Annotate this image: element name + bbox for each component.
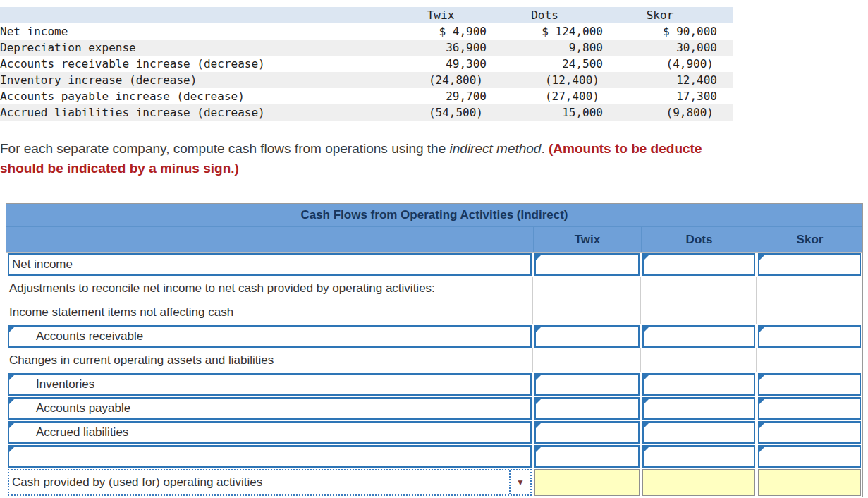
worksheet-row: Accrued liabilities [6,420,862,444]
amount-input-twix[interactable] [534,325,640,348]
result-cell-wrap [641,468,757,497]
value-cell-wrap [533,444,641,468]
worksheet-section-label: Income statement items not affecting cas… [6,300,533,324]
value-cell-wrap [641,420,757,444]
worksheet-header-row: TwixDotsSkor [6,227,862,253]
value-cell-wrap [533,396,641,420]
value-cell-wrap [533,324,641,348]
row-label-input[interactable]: Accounts receivable [8,325,532,348]
cell-anchor-icon [644,447,649,452]
worksheet-empty-cell [533,277,641,300]
cell-anchor-icon [9,423,15,428]
amount-input-dots[interactable] [642,325,755,348]
source-row: Accounts payable increase (decrease)29,7… [0,88,733,104]
source-row-spacer [717,56,733,72]
dropdown-selected-text: Cash provided by (used for) operating ac… [9,470,509,494]
amount-input-twix[interactable] [534,445,640,468]
dropdown-arrow-icon: ▼ [516,478,525,487]
value-cell-wrap [757,253,862,277]
row-label-input[interactable]: Accrued liabilities [8,421,532,444]
amount-input-twix[interactable] [534,253,640,276]
cell-anchor-icon [536,375,542,380]
source-value: 9,800 [487,40,603,56]
source-value: $ 4,900 [395,23,487,40]
instruction-line-1: For each separate company, compute cash … [0,139,868,159]
cell-anchor-icon [759,423,765,428]
worksheet-row: Net income [6,253,862,277]
amount-input-twix[interactable] [534,397,640,420]
source-value: 15,000 [487,104,603,121]
amount-input-dots[interactable] [642,421,755,444]
worksheet-column-header-dots: Dots [641,227,757,252]
row-label-text: Accounts receivable [36,329,143,344]
value-cell-wrap [641,396,757,420]
worksheet-row: Changes in current operating assets and … [6,348,862,372]
amount-input-skor[interactable] [758,253,861,276]
source-value: (24,800) [395,72,487,88]
amount-input-dots[interactable] [642,373,755,396]
cell-anchor-icon [644,327,649,332]
value-cell-wrap [641,372,757,396]
source-value: (12,400) [487,72,603,88]
amount-input-dots[interactable] [642,445,755,468]
row-label-text: Inventories [36,377,94,391]
worksheet-empty-cell [641,348,757,372]
worksheet-empty-cell [533,348,641,372]
cell-anchor-icon [536,447,542,452]
cell-anchor-icon [759,255,765,260]
value-cell-wrap [757,324,862,348]
value-cell-wrap [533,372,641,396]
source-row: Accrued liabilities increase (decrease)(… [0,104,733,121]
source-column-header: Skor [603,7,717,23]
cell-anchor-icon [536,327,542,332]
amount-input-twix[interactable] [534,373,640,396]
source-row-spacer [717,23,733,40]
cell-anchor-icon [9,447,15,452]
cell-anchor-icon [759,375,765,380]
cell-anchor-icon [644,423,649,428]
result-cell-wrap [533,468,641,497]
source-row-label: Accrued liabilities increase (decrease) [0,104,395,121]
cell-anchor-icon [759,447,765,452]
dropdown-arrow-button[interactable]: ▼ [509,470,530,494]
worksheet-section-label: Adjustments to reconcile net income to n… [6,277,533,300]
worksheet-body: Net incomeAdjustments to reconcile net i… [6,253,862,497]
source-row: Inventory increase (decrease)(24,800)(12… [0,72,733,88]
row-label-input[interactable]: Net income [8,253,532,276]
worksheet-empty-cell [757,348,862,372]
page: TwixDotsSkorNet income$ 4,900$ 124,000$ … [0,0,868,498]
instruction-warning-text: (Amounts to be deducte [549,141,702,156]
row-label-input[interactable] [8,445,532,468]
amount-input-skor[interactable] [758,373,861,396]
row-label-input[interactable]: Accounts payable [8,397,532,420]
total-label-dropdown[interactable]: Cash provided by (used for) operating ac… [8,469,532,496]
label-cell-wrap [6,444,533,468]
cell-anchor-icon [644,255,649,260]
value-cell-wrap [641,324,757,348]
value-cell-wrap [533,420,641,444]
worksheet-empty-cell [757,300,862,324]
label-cell-wrap: Net income [6,253,533,277]
source-header-spacer [717,7,733,23]
amount-input-skor[interactable] [758,325,861,348]
source-value: (9,800) [603,104,717,121]
amount-input-dots[interactable] [642,397,755,420]
worksheet-empty-cell [641,300,757,324]
row-label-input[interactable]: Inventories [8,373,532,396]
row-label-text: Net income [12,257,73,272]
amount-input-skor[interactable] [758,397,861,420]
amount-input-twix[interactable] [534,421,640,444]
value-cell-wrap [757,396,862,420]
value-cell-wrap [533,253,641,277]
amount-input-skor[interactable] [758,421,861,444]
amount-input-dots[interactable] [642,253,755,276]
instruction-italic-text: indirect method [450,141,542,156]
amount-input-skor[interactable] [758,445,861,468]
value-cell-wrap [757,420,862,444]
result-cell-twix [534,469,640,496]
worksheet-row [6,444,862,468]
source-value: 17,300 [603,88,717,104]
source-row-spacer [717,72,733,88]
source-value: 30,000 [603,40,717,56]
source-value: (27,400) [487,88,603,104]
